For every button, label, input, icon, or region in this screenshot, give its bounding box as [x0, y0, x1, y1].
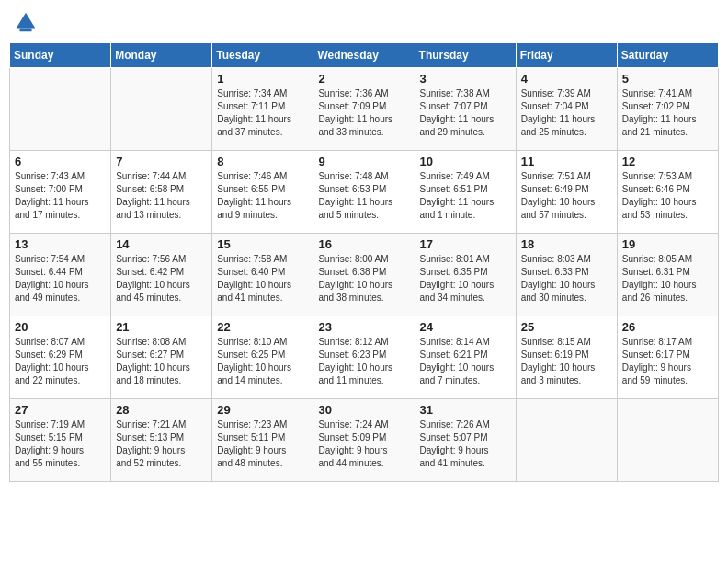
day-number: 4 — [521, 72, 612, 86]
day-number: 18 — [521, 237, 612, 251]
day-number: 17 — [420, 237, 511, 251]
day-info: Sunrise: 8:01 AM Sunset: 6:35 PM Dayligh… — [420, 253, 511, 304]
calendar-cell — [111, 68, 212, 151]
calendar-cell: 24Sunrise: 8:14 AM Sunset: 6:21 PM Dayli… — [415, 316, 516, 399]
weekday-header-tuesday: Tuesday — [212, 43, 313, 68]
day-number: 22 — [217, 320, 308, 334]
day-number: 14 — [116, 237, 207, 251]
day-info: Sunrise: 7:36 AM Sunset: 7:09 PM Dayligh… — [318, 87, 409, 139]
day-info: Sunrise: 8:05 AM Sunset: 6:31 PM Dayligh… — [622, 253, 713, 304]
calendar-cell: 9Sunrise: 7:48 AM Sunset: 6:53 PM Daylig… — [313, 151, 415, 234]
calendar-cell: 16Sunrise: 8:00 AM Sunset: 6:38 PM Dayli… — [313, 234, 415, 316]
weekday-header-sunday: Sunday — [10, 43, 111, 68]
day-info: Sunrise: 8:12 AM Sunset: 6:23 PM Dayligh… — [318, 336, 409, 387]
day-info: Sunrise: 7:34 AM Sunset: 7:11 PM Dayligh… — [217, 87, 308, 139]
day-number: 20 — [15, 320, 106, 334]
calendar-cell: 4Sunrise: 7:39 AM Sunset: 7:04 PM Daylig… — [516, 68, 617, 151]
day-info: Sunrise: 7:41 AM Sunset: 7:02 PM Dayligh… — [622, 87, 713, 139]
day-number: 9 — [318, 155, 409, 168]
weekday-header-wednesday: Wednesday — [313, 43, 415, 68]
day-info: Sunrise: 7:53 AM Sunset: 6:46 PM Dayligh… — [622, 170, 713, 222]
day-info: Sunrise: 7:58 AM Sunset: 6:40 PM Dayligh… — [217, 253, 308, 304]
calendar-week-4: 20Sunrise: 8:07 AM Sunset: 6:29 PM Dayli… — [10, 316, 719, 399]
day-info: Sunrise: 7:48 AM Sunset: 6:53 PM Dayligh… — [318, 170, 409, 222]
calendar-cell: 19Sunrise: 8:05 AM Sunset: 6:31 PM Dayli… — [617, 234, 718, 316]
calendar-cell: 26Sunrise: 8:17 AM Sunset: 6:17 PM Dayli… — [617, 316, 718, 399]
day-number: 10 — [420, 155, 511, 168]
day-number: 1 — [217, 72, 308, 86]
day-number: 27 — [15, 403, 106, 417]
day-info: Sunrise: 8:00 AM Sunset: 6:38 PM Dayligh… — [318, 253, 409, 304]
calendar-cell — [617, 399, 718, 482]
calendar-cell: 27Sunrise: 7:19 AM Sunset: 5:15 PM Dayli… — [10, 399, 111, 482]
day-info: Sunrise: 7:54 AM Sunset: 6:44 PM Dayligh… — [15, 253, 106, 304]
calendar-header: SundayMondayTuesdayWednesdayThursdayFrid… — [10, 43, 719, 68]
svg-marker-0 — [17, 13, 36, 29]
calendar-cell: 18Sunrise: 8:03 AM Sunset: 6:33 PM Dayli… — [516, 234, 617, 316]
calendar-cell: 14Sunrise: 7:56 AM Sunset: 6:42 PM Dayli… — [111, 234, 212, 316]
calendar-cell: 8Sunrise: 7:46 AM Sunset: 6:55 PM Daylig… — [212, 151, 313, 234]
calendar-cell: 31Sunrise: 7:26 AM Sunset: 5:07 PM Dayli… — [415, 399, 516, 482]
day-number: 3 — [420, 72, 511, 86]
calendar-cell: 17Sunrise: 8:01 AM Sunset: 6:35 PM Dayli… — [415, 234, 516, 316]
calendar-cell: 3Sunrise: 7:38 AM Sunset: 7:07 PM Daylig… — [415, 68, 516, 151]
calendar-cell — [516, 399, 617, 482]
calendar-week-3: 13Sunrise: 7:54 AM Sunset: 6:44 PM Dayli… — [10, 234, 719, 316]
calendar-cell: 12Sunrise: 7:53 AM Sunset: 6:46 PM Dayli… — [617, 151, 718, 234]
day-number: 11 — [521, 155, 612, 168]
logo-icon — [13, 9, 39, 35]
day-number: 25 — [521, 320, 612, 334]
day-info: Sunrise: 7:24 AM Sunset: 5:09 PM Dayligh… — [318, 419, 409, 470]
svg-rect-1 — [19, 29, 31, 32]
calendar-cell: 7Sunrise: 7:44 AM Sunset: 6:58 PM Daylig… — [111, 151, 212, 234]
calendar-cell: 22Sunrise: 8:10 AM Sunset: 6:25 PM Dayli… — [212, 316, 313, 399]
day-number: 28 — [116, 403, 207, 417]
day-number: 7 — [116, 155, 207, 168]
calendar-cell: 13Sunrise: 7:54 AM Sunset: 6:44 PM Dayli… — [10, 234, 111, 316]
day-number: 15 — [217, 237, 308, 251]
day-info: Sunrise: 8:07 AM Sunset: 6:29 PM Dayligh… — [15, 336, 106, 387]
day-number: 29 — [217, 403, 308, 417]
calendar-cell: 25Sunrise: 8:15 AM Sunset: 6:19 PM Dayli… — [516, 316, 617, 399]
day-info: Sunrise: 7:39 AM Sunset: 7:04 PM Dayligh… — [521, 87, 612, 139]
calendar-cell — [10, 68, 111, 151]
calendar-week-5: 27Sunrise: 7:19 AM Sunset: 5:15 PM Dayli… — [10, 399, 719, 482]
weekday-header-saturday: Saturday — [617, 43, 718, 68]
day-info: Sunrise: 8:10 AM Sunset: 6:25 PM Dayligh… — [217, 336, 308, 387]
day-info: Sunrise: 8:14 AM Sunset: 6:21 PM Dayligh… — [420, 336, 511, 387]
day-number: 12 — [622, 155, 713, 168]
day-number: 23 — [318, 320, 409, 334]
calendar-cell: 28Sunrise: 7:21 AM Sunset: 5:13 PM Dayli… — [111, 399, 212, 482]
day-info: Sunrise: 7:56 AM Sunset: 6:42 PM Dayligh… — [116, 253, 207, 304]
day-number: 13 — [15, 237, 106, 251]
weekday-header-monday: Monday — [111, 43, 212, 68]
day-number: 30 — [318, 403, 409, 417]
day-number: 26 — [622, 320, 713, 334]
day-info: Sunrise: 7:44 AM Sunset: 6:58 PM Dayligh… — [116, 170, 207, 222]
calendar-cell: 29Sunrise: 7:23 AM Sunset: 5:11 PM Dayli… — [212, 399, 313, 482]
calendar-cell: 1Sunrise: 7:34 AM Sunset: 7:11 PM Daylig… — [212, 68, 313, 151]
calendar-cell: 5Sunrise: 7:41 AM Sunset: 7:02 PM Daylig… — [617, 68, 718, 151]
calendar-week-2: 6Sunrise: 7:43 AM Sunset: 7:00 PM Daylig… — [10, 151, 719, 234]
day-info: Sunrise: 7:46 AM Sunset: 6:55 PM Dayligh… — [217, 170, 308, 222]
calendar-cell: 15Sunrise: 7:58 AM Sunset: 6:40 PM Dayli… — [212, 234, 313, 316]
calendar-cell: 10Sunrise: 7:49 AM Sunset: 6:51 PM Dayli… — [415, 151, 516, 234]
calendar-cell: 2Sunrise: 7:36 AM Sunset: 7:09 PM Daylig… — [313, 68, 415, 151]
day-number: 5 — [622, 72, 713, 86]
day-number: 6 — [15, 155, 106, 168]
calendar-cell: 11Sunrise: 7:51 AM Sunset: 6:49 PM Dayli… — [516, 151, 617, 234]
calendar-week-1: 1Sunrise: 7:34 AM Sunset: 7:11 PM Daylig… — [10, 68, 719, 151]
day-info: Sunrise: 8:17 AM Sunset: 6:17 PM Dayligh… — [622, 336, 713, 387]
calendar-cell: 21Sunrise: 8:08 AM Sunset: 6:27 PM Dayli… — [111, 316, 212, 399]
calendar-cell: 20Sunrise: 8:07 AM Sunset: 6:29 PM Dayli… — [10, 316, 111, 399]
day-info: Sunrise: 7:23 AM Sunset: 5:11 PM Dayligh… — [217, 419, 308, 470]
day-number: 24 — [420, 320, 511, 334]
day-info: Sunrise: 8:15 AM Sunset: 6:19 PM Dayligh… — [521, 336, 612, 387]
day-info: Sunrise: 8:08 AM Sunset: 6:27 PM Dayligh… — [116, 336, 207, 387]
day-info: Sunrise: 7:51 AM Sunset: 6:49 PM Dayligh… — [521, 170, 612, 222]
calendar-cell: 23Sunrise: 8:12 AM Sunset: 6:23 PM Dayli… — [313, 316, 415, 399]
day-info: Sunrise: 7:38 AM Sunset: 7:07 PM Dayligh… — [420, 87, 511, 139]
calendar-table: SundayMondayTuesdayWednesdayThursdayFrid… — [9, 42, 719, 482]
logo — [13, 9, 40, 35]
day-info: Sunrise: 7:49 AM Sunset: 6:51 PM Dayligh… — [420, 170, 511, 222]
